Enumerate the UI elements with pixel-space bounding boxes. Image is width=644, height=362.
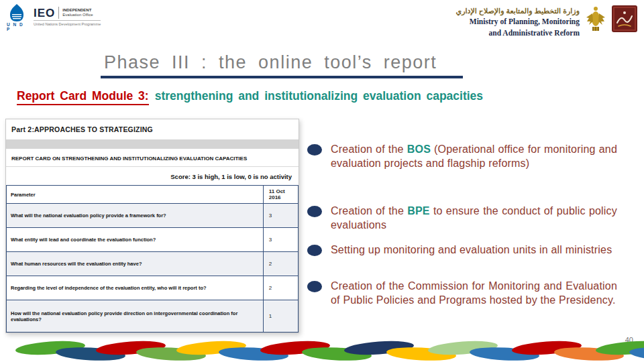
title-underline — [101, 76, 463, 78]
score-cell: 3 — [263, 204, 298, 228]
table-row: What entity will lead and coordinate the… — [7, 228, 299, 252]
undp-logo: U N D P — [7, 4, 27, 32]
bullet-marker-icon — [307, 245, 322, 256]
report-card-table: Parameter 11 Oct 2016 What will the nati… — [6, 185, 299, 333]
subtitle-lead: Report Card Module 3: — [17, 89, 149, 105]
ieo-abbr: IEO — [34, 7, 55, 19]
ministry-text-block: وزارة التخطيط والمتابعة والإصلاح الإداري… — [456, 5, 580, 38]
bullet-term: BOS — [407, 143, 431, 155]
header-logos-left: U N D P IEO INDEPENDENT Evaluation Offic… — [7, 4, 101, 32]
bullet-item: Setting up monitoring and evaluation uni… — [307, 243, 617, 257]
egypt-eagle-emblem-icon — [586, 5, 606, 34]
ieo-logo-top: IEO INDEPENDENT Evaluation Office — [34, 7, 101, 19]
parameter-column-header: Parameter — [7, 186, 264, 204]
bullet-marker-icon — [307, 144, 322, 156]
bottom-stripe-decoration — [0, 338, 644, 362]
parameter-cell: How will the national evaluation policy … — [7, 300, 264, 333]
bullet-text-pre: Creation of the — [331, 205, 407, 217]
table-row: Regarding the level of independence of t… — [7, 276, 299, 300]
ministry-english-line2: and Administrative Reform — [456, 29, 580, 38]
ieo-separator — [58, 7, 59, 19]
bullet-marker-icon — [307, 281, 322, 292]
report-card-title: REPORT CARD ON STRENGTHENING AND INSTITU… — [6, 149, 299, 167]
table-row: How will the national evaluation policy … — [7, 300, 299, 333]
score-cell: 3 — [263, 228, 298, 252]
ieo-name-line2: Evaluation Office — [62, 13, 93, 18]
parameter-cell: What will the national evaluation policy… — [7, 204, 264, 228]
report-card-screenshot: Part 2:APPROACHES TO STRATEGIZING REPORT… — [5, 119, 299, 333]
slide-subtitle: Report Card Module 3:strengthening and i… — [17, 89, 483, 103]
parameter-cell: What entity will lead and coordinate the… — [7, 228, 264, 252]
table-row: What will the national evaluation policy… — [7, 204, 299, 228]
ieo-name-line1: INDEPENDENT — [62, 8, 93, 13]
ieo-name: INDEPENDENT Evaluation Office — [62, 8, 93, 18]
page-title: Phase III : the online tool’s report — [104, 52, 437, 73]
bullet-term: BPE — [407, 205, 430, 217]
part-title: Part 2:APPROACHES TO STRATEGIZING — [6, 119, 299, 139]
score-cell: 2 — [263, 252, 298, 276]
header-logos-right: وزارة التخطيط والمتابعة والإصلاح الإداري… — [456, 5, 637, 38]
table-header-row: Parameter 11 Oct 2016 — [7, 186, 299, 204]
bullet-marker-icon — [307, 206, 322, 217]
bullet-text-pre: Creation of the — [331, 143, 407, 155]
score-cell: 1 — [263, 300, 298, 333]
date-column-header: 11 Oct 2016 — [263, 186, 298, 204]
bullet-text-pre: Creation of the Commission for Monitorin… — [331, 280, 617, 306]
bullet-item: Creation of the BPE to ensure the conduc… — [307, 204, 617, 232]
ieo-logo: IEO INDEPENDENT Evaluation Office United… — [34, 4, 101, 26]
table-row: What human resources will the evaluation… — [7, 252, 299, 276]
bullet-text-pre: Setting up monitoring and evaluation uni… — [331, 244, 612, 255]
bullet-item: Creation of the Commission for Monitorin… — [307, 279, 617, 307]
ieo-tagline: United Nations Development Programme — [34, 20, 101, 26]
subtitle-rest: strengthening and institutionalizing eva… — [155, 89, 483, 103]
score-cell: 2 — [263, 276, 298, 300]
ministry-arabic-title: وزارة التخطيط والمتابعة والإصلاح الإداري — [456, 7, 580, 15]
bullet-text: Creation of the BOS (Operational office … — [331, 142, 617, 170]
ministry-seal-calligraphy-icon — [612, 5, 637, 32]
undp-letters: U N D P — [7, 22, 27, 32]
parameter-cell: Regarding the level of independence of t… — [7, 276, 264, 300]
bullet-text: Creation of the Commission for Monitorin… — [331, 279, 617, 307]
undp-emblem-icon — [9, 4, 25, 21]
gray-divider — [6, 139, 299, 149]
bullet-text: Setting up monitoring and evaluation uni… — [331, 243, 612, 257]
ministry-seal-icon — [612, 5, 637, 32]
slide: U N D P IEO INDEPENDENT Evaluation Offic… — [0, 0, 644, 362]
bullet-text: Creation of the BPE to ensure the conduc… — [331, 204, 617, 232]
bullet-item: Creation of the BOS (Operational office … — [307, 142, 617, 170]
score-note: Score: 3 is high, 1 is low, 0 is no acti… — [6, 167, 299, 185]
ministry-english-line1: Ministry of Planning, Monitoring — [456, 17, 580, 27]
parameter-cell: What human resources will the evaluation… — [7, 252, 264, 276]
